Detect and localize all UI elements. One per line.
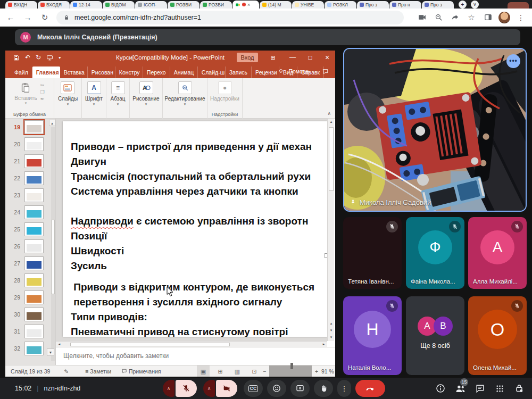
meeting-details-button[interactable] xyxy=(434,382,447,395)
browser-tab-active-meet[interactable]: × xyxy=(232,1,259,9)
ribbon-tab[interactable]: Файл xyxy=(11,66,32,78)
ribbon-tab[interactable]: Анимац xyxy=(170,66,198,78)
view-slideshow-icon[interactable]: ⊡ xyxy=(248,365,261,377)
browser-menu-icon[interactable]: ⋮ xyxy=(515,12,527,23)
slide-thumbnail[interactable]: 30 xyxy=(5,306,55,323)
qat-customize-icon[interactable]: ▾ xyxy=(59,55,61,60)
slide-thumbnail[interactable]: 24 xyxy=(5,204,55,221)
tab-close-icon[interactable]: × xyxy=(247,2,250,7)
collapse-ribbon-icon[interactable]: ∧ xyxy=(327,111,331,116)
captions-button[interactable]: CC xyxy=(244,380,263,397)
slide-thumbnail[interactable]: 19 xyxy=(5,119,55,136)
ribbon-tab[interactable]: Констру xyxy=(115,66,143,78)
notes-toggle[interactable]: ≡ Заметки xyxy=(85,365,111,377)
thumbnail-scrollbar-thumb[interactable] xyxy=(51,220,55,294)
ribbon-tab[interactable]: Главная xyxy=(32,66,60,78)
site-lock-icon[interactable] xyxy=(63,14,70,21)
slide-horizontal-scrollbar[interactable]: ◄ ► xyxy=(56,341,327,347)
previous-slide-icon[interactable]: ▲ xyxy=(328,320,335,327)
tile-options-icon[interactable]: ••• xyxy=(506,54,520,68)
editing-button[interactable]: Редактирование ▾ xyxy=(164,81,205,106)
browser-tab[interactable]: Про з xyxy=(422,1,454,9)
slides-button[interactable]: Слайды ▾ xyxy=(58,81,78,106)
format-painter-icon[interactable]: ✒ xyxy=(40,96,45,102)
ppt-maximize-button[interactable]: □ xyxy=(302,51,318,64)
font-button[interactable]: А Шрифт ▾ xyxy=(85,81,103,106)
zoom-slider-knob[interactable] xyxy=(290,363,293,369)
browser-tab[interactable]: Про з xyxy=(357,1,389,9)
browser-tab[interactable]: ІСОП- xyxy=(135,1,167,9)
participant-tile-2[interactable]: Ф Фаіна Микола... xyxy=(406,217,464,289)
camera-options-chevron[interactable]: ∧ xyxy=(203,380,215,397)
back-button[interactable]: ← xyxy=(4,11,17,24)
ppt-close-button[interactable]: × xyxy=(319,51,335,64)
browser-tab[interactable]: Про н xyxy=(389,1,421,9)
vertical-scroll-thumb[interactable] xyxy=(329,127,334,191)
participant-tile-1[interactable]: Тетяна Іванівн... xyxy=(343,217,402,289)
zoom-slider[interactable] xyxy=(269,365,312,377)
ppt-minimize-button[interactable]: — xyxy=(285,51,301,64)
chat-button[interactable] xyxy=(473,382,486,395)
overflow-participants-tile[interactable]: А В Ще 8 осіб xyxy=(406,296,464,375)
notes-pane[interactable]: Щелкните, чтобы добавить заметки xyxy=(56,347,335,365)
reactions-button[interactable] xyxy=(267,380,286,397)
thumbnail-collapse-icon[interactable]: ▼ xyxy=(47,348,54,356)
slide-thumbnail[interactable]: 27 xyxy=(5,255,55,272)
browser-tab[interactable]: 12-14 xyxy=(70,1,102,9)
participant-tile-6[interactable]: О Олена Михай... xyxy=(468,296,527,375)
forward-button[interactable]: → xyxy=(21,11,34,24)
ribbon-tab[interactable]: Перехо xyxy=(143,66,170,78)
next-slide-icon[interactable]: ▼ xyxy=(328,327,335,334)
start-slideshow-icon[interactable] xyxy=(46,54,53,61)
undo-icon[interactable]: ↶ xyxy=(25,54,30,61)
address-bar[interactable]: meet.google.com/nzn-idfn-zhd?authuser=1 xyxy=(56,11,404,24)
participants-button[interactable]: 15 xyxy=(454,382,467,395)
comments-icon[interactable] xyxy=(322,68,329,75)
ribbon-tab[interactable]: Запись xyxy=(226,66,252,78)
horizontal-scroll-thumb[interactable] xyxy=(70,343,230,346)
ribbon-tab[interactable]: Рисован xyxy=(88,66,115,78)
mic-options-chevron[interactable]: ∧ xyxy=(163,380,174,397)
slide-thumbnail[interactable]: 25 xyxy=(5,221,55,238)
copy-icon[interactable]: ❐ xyxy=(40,89,45,95)
paste-dropdown-icon[interactable]: ▾ xyxy=(25,101,27,105)
reload-button[interactable]: ↻ xyxy=(38,11,51,24)
slide-thumbnail[interactable]: 20 xyxy=(5,136,55,153)
view-reading-icon[interactable]: ▥ xyxy=(231,365,244,377)
slide-thumbnail[interactable]: 26 xyxy=(5,238,55,255)
slide-thumbnail[interactable]: 21 xyxy=(5,153,55,170)
browser-tab[interactable]: ВХІДН xyxy=(5,1,37,9)
slide-thumbnail[interactable]: 28 xyxy=(5,272,55,289)
participant-tile-3[interactable]: А Алла Михайлі... xyxy=(468,217,527,289)
zoom-out-icon[interactable] xyxy=(433,12,444,23)
slide-text-block[interactable]: Приводи – пристрої для приведення у дії … xyxy=(71,139,327,337)
slide-thumbnail[interactable]: 31 xyxy=(5,323,55,340)
browser-tab[interactable]: УНІВЕ xyxy=(292,1,324,9)
browser-tab[interactable]: ВІДОМ xyxy=(103,1,135,9)
drawing-button[interactable]: A Рисование ▾ xyxy=(132,81,159,106)
browser-tab[interactable]: РОЗВИ xyxy=(200,1,232,9)
view-normal-icon[interactable]: ▣ xyxy=(197,365,210,377)
camera-off-button[interactable] xyxy=(216,380,237,397)
paste-label[interactable]: Вставить xyxy=(14,95,37,101)
browser-tab[interactable]: РОЗВИ xyxy=(168,1,200,9)
comments-toggle[interactable]: Примечания xyxy=(121,365,161,377)
browser-tab[interactable]: РОЗКЛ xyxy=(325,1,356,9)
end-call-button[interactable] xyxy=(355,380,385,397)
ppt-signin-button[interactable]: Вход xyxy=(237,53,258,62)
browser-tab[interactable]: ВХОДЯ xyxy=(38,1,70,9)
slide-thumbnail[interactable]: 22 xyxy=(5,170,55,187)
ribbon-tab[interactable]: Вставка xyxy=(60,66,88,78)
browser-profile-avatar[interactable] xyxy=(498,12,510,23)
activities-button[interactable] xyxy=(493,382,506,395)
mic-off-button[interactable] xyxy=(176,380,197,397)
main-video-tile[interactable]: ••• Микола Ілліч Садовий xyxy=(343,48,527,212)
paragraph-button[interactable]: ≡ Абзац ▾ xyxy=(110,81,125,106)
tellme-bulb-icon[interactable] xyxy=(278,68,284,74)
redo-icon[interactable]: ↻ xyxy=(36,54,41,61)
new-tab-button[interactable]: + xyxy=(459,1,467,9)
ribbon-tab[interactable]: Рецензи xyxy=(252,66,279,78)
addins-button[interactable]: ● Надстройки xyxy=(210,81,239,102)
tab-search-button[interactable]: ˅ xyxy=(471,1,479,9)
present-button[interactable] xyxy=(290,380,310,397)
